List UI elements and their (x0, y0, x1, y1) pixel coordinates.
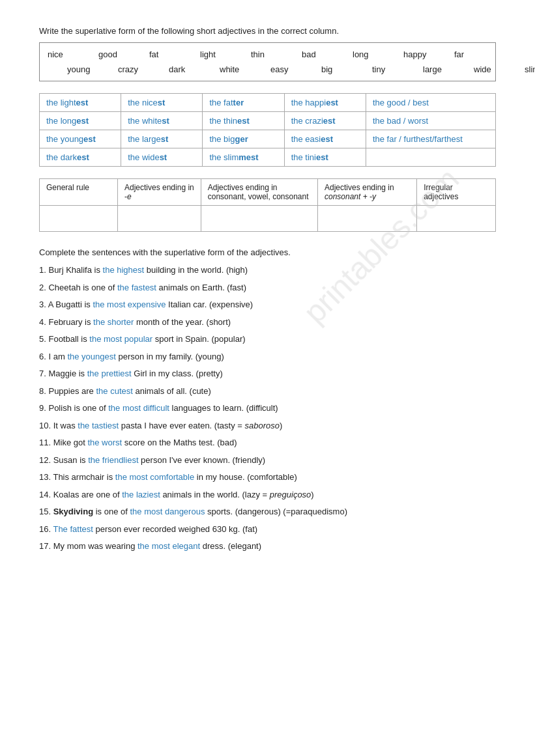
rule-general: General rule (40, 179, 118, 206)
cell-empty (366, 148, 495, 167)
sentence-8: 8. Puppies are the cutest animals of all… (39, 385, 496, 398)
word-row-2: young crazy dark white easy big tiny lar… (66, 62, 489, 77)
superlative-15: the most dangerous (130, 507, 205, 516)
cell-good-best: the good / best (366, 94, 495, 112)
word-row-1: nice good fat light thin bad long happy … (46, 47, 489, 62)
cell-largest: the largest (121, 130, 203, 148)
superlative-10: the tastiest (78, 421, 119, 430)
sentence-2: 2. Cheetah is one of the fastest animals… (39, 281, 496, 294)
num-10: 10. (39, 421, 53, 430)
num-9: 9. (39, 403, 48, 413)
superlative-11: the worst (87, 438, 122, 447)
rules-row: General rule Adjectives ending in -e Adj… (40, 179, 496, 206)
rule-y-empty (317, 206, 416, 232)
cell-fatter: the fatter (203, 94, 284, 112)
num-2: 2. (39, 283, 48, 292)
superlative-6: the youngest (67, 352, 115, 361)
num-13: 13. (39, 472, 53, 482)
cell-craziest: the craziest (284, 112, 366, 130)
superlative-13: the most comfortable (115, 472, 194, 482)
cell-thinest: the thinest (203, 112, 284, 130)
word-far: far (454, 49, 487, 59)
instruction2: Complete the sentences with the superlat… (39, 247, 496, 257)
rule-consonant-vowel: Adjectives ending in consonant, vowel, c… (201, 179, 317, 206)
word-bad: bad (302, 49, 334, 59)
table-row: the darkest the widest the slimmest the … (40, 148, 496, 167)
superlative-7: the prettiest (87, 369, 132, 378)
table-row: the lightest the nicest the fatter the h… (40, 94, 496, 112)
rule-irregular: Irregular adjectives (417, 179, 496, 206)
word-good: good (98, 49, 131, 59)
superlative-16: The fattest (53, 524, 93, 534)
sentence-6: 6. I am the youngest person in my family… (39, 350, 496, 363)
sentence-1: 1. Burj Khalifa is the highest building … (39, 264, 496, 277)
word-white: white (220, 64, 252, 74)
sentence-7: 7. Maggie is the prettiest Girl in my cl… (39, 367, 496, 380)
word-thin: thin (251, 49, 283, 59)
num-8: 8. (39, 386, 48, 396)
num-17: 17. (39, 541, 53, 551)
superlative-14: the laziest (122, 490, 160, 499)
sentence-5: 5. Football is the most popular sport in… (39, 333, 496, 346)
word-easy: easy (270, 64, 303, 74)
word-tiny: tiny (372, 64, 405, 74)
table-row: the longest the whitest the thinest the … (40, 112, 496, 130)
rule-y: Adjectives ending in consonant + -y (317, 179, 416, 206)
num-6: 6. (39, 352, 48, 361)
rule-irr-empty (417, 206, 496, 232)
superlative-17: the most elegant (137, 541, 200, 551)
word-dark: dark (169, 64, 201, 74)
num-7: 7. (39, 369, 48, 378)
skydiving-bold: Skydiving (53, 507, 93, 516)
rule-e-empty (118, 206, 201, 232)
superlative-table: the lightest the nicest the fatter the h… (39, 93, 496, 167)
cell-happiest: the happiest (284, 94, 366, 112)
sentence-9: 9. Polish is one of the most difficult l… (39, 402, 496, 415)
saboroso: saboroso (244, 421, 279, 430)
cell-youngest: the youngest (40, 130, 121, 148)
superlative-9: the most difficult (108, 403, 169, 413)
word-light: light (200, 49, 233, 59)
num-4: 4. (39, 317, 48, 327)
superlative-8: the cutest (96, 386, 132, 396)
sentence-4: 4. February is the shorter month of the … (39, 316, 496, 329)
cell-bad-worst: the bad / worst (366, 112, 495, 130)
superlative-2: the fastest (117, 283, 156, 292)
word-box: nice good fat light thin bad long happy … (39, 42, 496, 81)
cell-whitest: the whitest (121, 112, 203, 130)
cell-slimmest: the slimmest (203, 148, 284, 167)
cell-lightest: the lightest (40, 94, 121, 112)
rules-row-empty (40, 206, 496, 232)
cell-easiest: the easiest (284, 130, 366, 148)
rules-table: General rule Adjectives ending in -e Adj… (39, 178, 496, 232)
sentence-16: 16. The fattest person ever recorded wei… (39, 523, 496, 536)
num-15: 15. (39, 507, 53, 516)
word-crazy: crazy (118, 64, 151, 74)
cell-bigger: the bigger (203, 130, 284, 148)
word-large: large (423, 64, 455, 74)
num-3: 3. (39, 300, 48, 309)
word-happy: happy (403, 49, 436, 59)
word-big: big (321, 64, 354, 74)
sentence-15: 15. Skydiving is one of the most dangero… (39, 505, 496, 518)
instruction1: Write the superlative form of the follow… (39, 26, 496, 36)
sentences-list: 1. Burj Khalifa is the highest building … (39, 264, 496, 553)
rule-general-empty (40, 206, 118, 232)
word-nice: nice (48, 49, 80, 59)
preguicoso: preguiçoso (270, 490, 311, 499)
sentence-10: 10. It was the tastiest pasta I have eve… (39, 419, 496, 432)
superlative-1: the highest (103, 265, 145, 275)
sentence-3: 3. A Bugatti is the most expensive Itali… (39, 298, 496, 311)
cell-nicest: the nicest (121, 94, 203, 112)
superlative-4: the shorter (93, 317, 134, 327)
superlative-5: the most popular (89, 334, 152, 344)
sentence-13: 13. This armchair is the most comfortabl… (39, 471, 496, 484)
num-11: 11. (39, 438, 53, 447)
num-1: 1. (39, 265, 48, 275)
cell-tiniest: the tiniest (284, 148, 366, 167)
superlative-3: the most expensive (93, 300, 166, 309)
num-5: 5. (39, 334, 48, 344)
num-14: 14. (39, 490, 53, 499)
sentence-11: 11. Mike got the worst score on the Math… (39, 436, 496, 449)
word-slim: slim (525, 64, 535, 74)
